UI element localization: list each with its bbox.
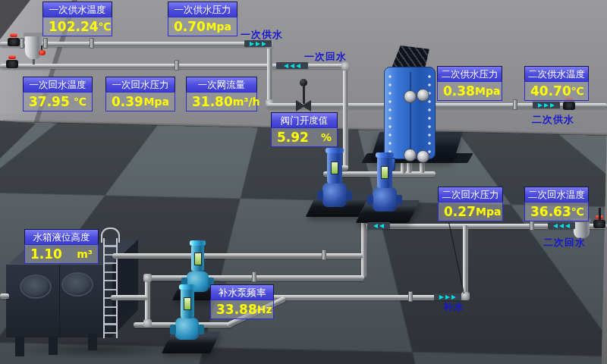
pipe-flange (322, 249, 326, 260)
secondary-supply-valve[interactable] (563, 102, 575, 110)
tag-secondary-supply-pressure[interactable]: 二次供水压力 0.38Mpa (437, 66, 502, 101)
tag-primary-supply-pressure[interactable]: 一次供水压力 0.70Mpa (168, 2, 237, 36)
tag-value: 1.10 (30, 246, 62, 262)
flow-arrow-left-icon (548, 222, 575, 229)
tag-primary-return-pressure[interactable]: 一次回水压力 0.39Mpa (105, 77, 175, 111)
flow-arrow-left-icon (276, 62, 308, 69)
tag-unit: ℃ (571, 206, 584, 218)
pump-volute (373, 187, 397, 212)
mini-red-valve[interactable] (39, 50, 46, 55)
tag-makeup-pump-freq[interactable]: 补水泵频率 33.88Hz (210, 284, 274, 319)
tag-unit: % (321, 131, 332, 143)
tag-valve-opening[interactable]: 阀门开度值 5.92% (271, 112, 338, 147)
tag-value: 33.88 (216, 302, 257, 317)
pump-nameplate (381, 166, 388, 179)
valve-stem (599, 208, 601, 220)
tag-unit: Mpa (206, 20, 231, 33)
tank-manhole (20, 275, 52, 299)
tag-title: 一次供水压力 (168, 2, 237, 17)
tank-front-face (6, 264, 112, 337)
pipe-flange (408, 291, 413, 302)
tag-unit: ℃ (99, 20, 112, 33)
pipe-label-secondary-return: 二次回水 (543, 236, 586, 249)
pipe-elbow (143, 319, 152, 328)
valve-body (6, 60, 18, 68)
pump-nameplate (184, 297, 191, 310)
pipe-label-secondary-supply: 二次供水 (532, 113, 574, 127)
tank-leg (49, 337, 58, 355)
pipe-elbow (461, 292, 470, 300)
flow-arrow-right-icon (533, 102, 560, 108)
hx-plate-seam (410, 72, 411, 154)
primary-supply-valve[interactable] (8, 38, 20, 46)
tag-title: 阀门开度值 (271, 112, 338, 127)
tag-unit: ℃ (74, 96, 86, 108)
valve-body (563, 102, 575, 110)
tag-primary-flow[interactable]: 一次网流量 31.80m³/h (186, 77, 257, 111)
tank-leg (15, 337, 24, 356)
flow-arrow-right-icon (434, 293, 461, 300)
tag-unit: Mpa (475, 85, 500, 97)
tag-primary-return-temp[interactable]: 一次回水温度 37.95℃ (23, 77, 93, 111)
pipe-flange (252, 271, 256, 282)
valve-stem (303, 84, 305, 104)
valve-handle (10, 33, 17, 37)
tag-primary-supply-temp[interactable]: 一次供水温度 102.24℃ (42, 2, 112, 36)
valve-handle (8, 55, 16, 59)
tag-title: 一次回水温度 (23, 77, 93, 92)
pump-nameplate (194, 253, 202, 265)
tag-value-box: 0.27Mpa (438, 202, 503, 221)
tag-secondary-return-temp[interactable]: 二次回水温度 36.63℃ (524, 187, 589, 221)
pipe-flange (43, 38, 48, 49)
tag-value-box: 0.39Mpa (105, 92, 175, 111)
hx-body (384, 67, 436, 159)
tag-title: 一次网流量 (186, 77, 257, 92)
pipe-elbow (143, 274, 152, 282)
control-valve[interactable] (296, 80, 311, 114)
tag-value-box: 0.70Mpa (168, 17, 237, 36)
pump-motor (327, 152, 342, 184)
tag-value: 40.70 (530, 83, 571, 99)
tank-leg (88, 334, 97, 350)
pump-motor (191, 244, 204, 271)
pump-motor (181, 288, 194, 318)
tag-unit: Mpa (144, 96, 169, 108)
flow-arrow-left-icon (367, 222, 390, 229)
tag-value: 0.38 (443, 83, 475, 99)
tag-tank-level[interactable]: 水箱液位高度 1.10m³ (24, 229, 99, 264)
pipe-flange (530, 220, 534, 231)
valve-body (8, 38, 20, 46)
hx-port (417, 89, 429, 102)
tag-value: 5.92 (277, 130, 309, 145)
tag-value-box: 102.24℃ (42, 17, 112, 36)
tag-secondary-supply-temp[interactable]: 二次供水温度 40.70℃ (524, 66, 589, 101)
tag-value-box: 33.88Hz (210, 300, 274, 319)
makeup-u-connector (145, 277, 150, 324)
makeup-pump-2[interactable] (165, 285, 217, 355)
pipe-tank-to-u (111, 295, 147, 300)
tag-value-box: 31.80m³/h (186, 92, 257, 111)
pipe-tank-stub (0, 293, 9, 299)
tag-value: 0.27 (444, 204, 476, 219)
tag-title: 一次回水压力 (105, 77, 175, 92)
tag-unit: m³/h (233, 96, 260, 108)
tag-secondary-return-pressure[interactable]: 二次回水压力 0.27Mpa (438, 187, 503, 221)
tag-title: 二次供水压力 (437, 66, 502, 81)
tag-unit: m³ (77, 248, 93, 260)
primary-return-valve[interactable] (6, 60, 18, 68)
tag-title: 一次供水温度 (42, 2, 112, 17)
pipe-flange (20, 38, 24, 49)
tag-value: 37.95 (29, 94, 70, 109)
strainer-filter[interactable] (25, 35, 42, 59)
pump-volute (322, 183, 347, 207)
tag-title: 二次回水压力 (438, 187, 503, 202)
tag-value-box: 37.95℃ (23, 92, 93, 111)
tag-value: 36.63 (530, 204, 571, 219)
secondary-return-valve[interactable] (593, 220, 605, 228)
pump-motor (377, 156, 392, 188)
tag-value: 0.39 (112, 94, 143, 109)
circulation-pump-2[interactable] (360, 153, 420, 224)
pipe-label-primary-supply: 一次供水 (241, 28, 283, 42)
tag-value: 0.70 (174, 19, 206, 34)
tag-value-box: 40.70℃ (524, 81, 589, 101)
